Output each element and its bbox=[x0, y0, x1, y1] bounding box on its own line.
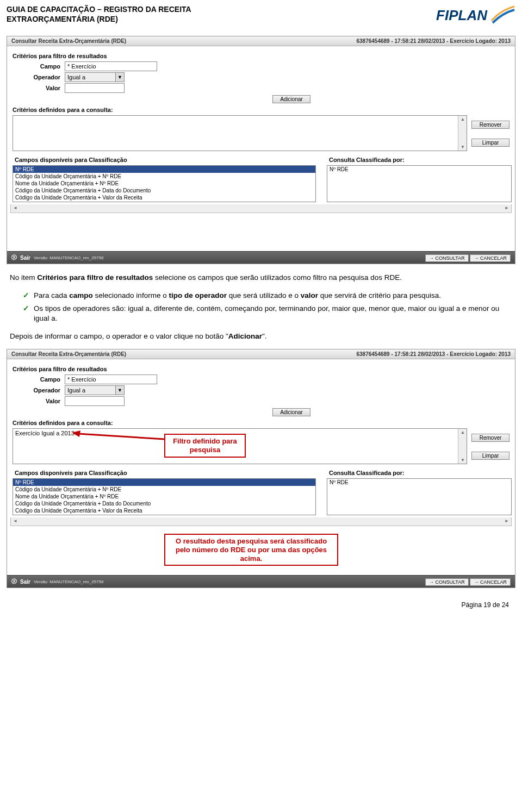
paragraph-2: Depois de informar o campo, o operador e… bbox=[10, 332, 512, 342]
class-avail-label: Campos disponíveis para Classificação bbox=[15, 470, 316, 476]
adicionar-button[interactable]: Adicionar bbox=[272, 95, 310, 103]
valor-input[interactable] bbox=[65, 83, 125, 93]
list-item[interactable]: Código da Unidade Orçamentária + Data do… bbox=[13, 500, 315, 507]
paragraph-1: No item Critérios para filtro de resulta… bbox=[10, 273, 512, 283]
class-by-label: Consulta Classificada por: bbox=[329, 157, 512, 163]
campo-label: Campo bbox=[27, 63, 65, 70]
app-footer: ⓧ Sair Versão: MANUTENCAO_rev_25758 → CO… bbox=[7, 575, 515, 588]
consultar-button[interactable]: → CONSULTAR bbox=[425, 254, 469, 262]
operador-value: Igual a bbox=[65, 387, 115, 393]
callout-result-note: O resultado desta pesquisa será classifi… bbox=[164, 534, 338, 566]
campo-input[interactable] bbox=[65, 374, 157, 384]
check-icon: ✓ bbox=[23, 304, 29, 323]
chevron-down-icon: ▼ bbox=[115, 73, 124, 82]
title-line-1: GUIA DE CAPACITAÇÃO – REGISTRO DA RECEIT… bbox=[7, 4, 191, 14]
list-item[interactable]: Nome da Unidade Orçamentária + Nº RDE bbox=[13, 180, 315, 187]
list-item[interactable]: Nº RDE bbox=[13, 166, 315, 173]
list-item[interactable]: Código da Unidade Orçamentária + Valor d… bbox=[13, 194, 315, 201]
list-item[interactable]: Código da Unidade Orçamentária + Nº RDE bbox=[13, 173, 315, 180]
criteria-text: Exercício Igual a 2013 bbox=[15, 430, 74, 436]
cancelar-button[interactable]: → CANCELAR bbox=[470, 578, 511, 586]
list-item[interactable]: Código da Unidade Orçamentária + Nº RDE bbox=[13, 486, 315, 493]
operador-select[interactable]: Igual a ▼ bbox=[65, 385, 125, 395]
class-avail-label: Campos disponíveis para Classificação bbox=[15, 157, 316, 163]
app-header-right: 63876454689 - 17:58:21 28/02/2013 - Exer… bbox=[356, 351, 511, 357]
valor-label: Valor bbox=[27, 85, 65, 91]
close-icon[interactable]: ⓧ bbox=[11, 578, 17, 585]
limpar-button[interactable]: Limpar bbox=[471, 452, 509, 460]
list-item[interactable]: Código da Unidade Orçamentária + Data do… bbox=[13, 187, 315, 194]
cancelar-button[interactable]: → CANCELAR bbox=[470, 254, 511, 262]
adicionar-button[interactable]: Adicionar bbox=[272, 408, 310, 416]
filter-section-title: Critérios para filtro de resultados bbox=[13, 53, 512, 59]
close-icon[interactable]: ⓧ bbox=[11, 254, 17, 261]
operador-value: Igual a bbox=[65, 74, 115, 80]
app-title: Consultar Receita Extra-Orçamentária (RD… bbox=[11, 38, 126, 44]
check-icon: ✓ bbox=[23, 291, 29, 301]
criteria-defined-label: Critérios definidos para a consulta: bbox=[13, 420, 512, 426]
version-label: Versão: MANUTENCAO_rev_25758 bbox=[34, 579, 104, 584]
criteria-defined-label: Critérios definidos para a consulta: bbox=[13, 107, 512, 113]
class-available-listbox[interactable]: Nº RDE Código da Unidade Orçamentária + … bbox=[13, 478, 316, 515]
sair-link[interactable]: Sair bbox=[20, 255, 30, 261]
scrollbar-vertical[interactable] bbox=[458, 116, 467, 151]
sair-link[interactable]: Sair bbox=[20, 579, 30, 585]
logo-swoosh-icon bbox=[490, 4, 515, 26]
list-item[interactable]: Nº RDE bbox=[13, 479, 315, 486]
app-window-1: Consultar Receita Extra-Orçamentária (RD… bbox=[7, 36, 515, 264]
criteria-textarea[interactable] bbox=[13, 115, 467, 151]
filter-section-title: Critérios para filtro de resultados bbox=[13, 366, 512, 372]
app-titlebar: Consultar Receita Extra-Orçamentária (RD… bbox=[7, 36, 515, 46]
document-header: GUIA DE CAPACITAÇÃO – REGISTRO DA RECEIT… bbox=[7, 4, 515, 26]
scrollbar-horizontal[interactable] bbox=[10, 517, 512, 526]
callout-arrow-icon bbox=[72, 430, 167, 447]
svg-marker-1 bbox=[72, 430, 80, 437]
valor-input[interactable] bbox=[65, 396, 125, 406]
class-by-value: Nº RDE bbox=[327, 166, 511, 173]
app-titlebar: Consultar Receita Extra-Orçamentária (RD… bbox=[7, 349, 515, 359]
list-item[interactable]: Código da Unidade Orçamentária + Valor d… bbox=[13, 507, 315, 514]
class-by-listbox[interactable]: Nº RDE bbox=[327, 478, 512, 515]
campo-input[interactable] bbox=[65, 61, 157, 71]
callout-filter-defined: Filtro definido para pesquisa bbox=[164, 434, 246, 457]
class-by-listbox[interactable]: Nº RDE bbox=[327, 165, 512, 202]
remover-button[interactable]: Remover bbox=[471, 121, 509, 129]
chevron-down-icon: ▼ bbox=[115, 386, 124, 395]
title-line-2: EXTRAORÇAMENTÁRIA (RDE) bbox=[7, 14, 191, 24]
check-item-2: ✓ Os tipos de operadores são: igual a, d… bbox=[23, 304, 510, 323]
consultar-button[interactable]: → CONSULTAR bbox=[425, 578, 469, 586]
class-by-value: Nº RDE bbox=[327, 479, 511, 486]
svg-line-0 bbox=[78, 434, 164, 439]
check-item-1: ✓ Para cada campo selecionado informe o … bbox=[23, 291, 510, 301]
limpar-button[interactable]: Limpar bbox=[471, 139, 509, 147]
document-title: GUIA DE CAPACITAÇÃO – REGISTRO DA RECEIT… bbox=[7, 4, 191, 24]
class-by-label: Consulta Classificada por: bbox=[329, 470, 512, 476]
remover-button[interactable]: Remover bbox=[471, 434, 509, 442]
logo-text: FIPLAN bbox=[436, 7, 487, 24]
operador-label: Operador bbox=[27, 387, 65, 393]
page-number: Página 19 de 24 bbox=[7, 601, 509, 609]
list-item[interactable]: Nome da Unidade Orçamentária + Nº RDE bbox=[13, 493, 315, 500]
scrollbar-horizontal[interactable] bbox=[10, 204, 512, 213]
check-list: ✓ Para cada campo selecionado informe o … bbox=[23, 291, 510, 324]
valor-label: Valor bbox=[27, 398, 65, 404]
app-title: Consultar Receita Extra-Orçamentária (RD… bbox=[11, 351, 126, 357]
app-header-right: 63876454689 - 17:58:21 28/02/2013 - Exer… bbox=[356, 38, 511, 44]
fiplan-logo: FIPLAN bbox=[436, 4, 515, 26]
campo-label: Campo bbox=[27, 376, 65, 383]
scrollbar-vertical[interactable] bbox=[458, 429, 467, 464]
operador-label: Operador bbox=[27, 74, 65, 80]
class-available-listbox[interactable]: Nº RDE Código da Unidade Orçamentária + … bbox=[13, 165, 316, 202]
app-footer: ⓧ Sair Versão: MANUTENCAO_rev_25758 → CO… bbox=[7, 251, 515, 264]
version-label: Versão: MANUTENCAO_rev_25758 bbox=[34, 255, 104, 260]
operador-select[interactable]: Igual a ▼ bbox=[65, 72, 125, 82]
